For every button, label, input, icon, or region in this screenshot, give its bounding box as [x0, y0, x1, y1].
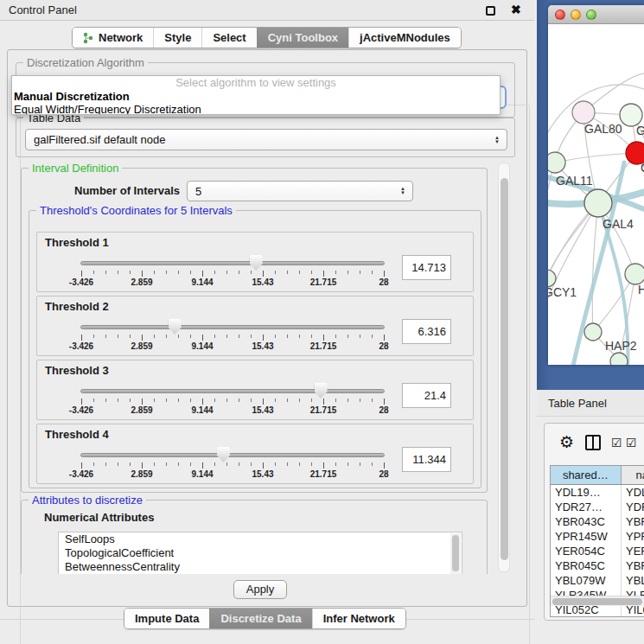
table-row[interactable]: YPR145WYPR1 [551, 529, 644, 544]
cell-name[interactable]: YBR0 [622, 514, 644, 529]
tab-impute-data[interactable]: Impute Data [124, 609, 209, 628]
interval-definition-group: Interval Definition Number of Intervals … [21, 168, 488, 493]
tab-network[interactable]: Network [73, 28, 153, 48]
tick-mark [81, 462, 82, 469]
cell-name[interactable]: YDR2 [622, 500, 644, 514]
numerical-attributes-list[interactable]: SelfLoopsTopologicalCoefficientBetweenne… [58, 532, 462, 574]
tab-jactivemnodules[interactable]: jActiveMNodules [348, 28, 461, 48]
checkbox-icon[interactable]: ☑ [611, 436, 622, 450]
tab-infer-network[interactable]: Infer Network [312, 609, 405, 628]
cell-name[interactable]: YER0 [622, 544, 644, 558]
threshold-slider-thumb[interactable] [217, 447, 230, 462]
table-row[interactable]: YDL19…YDL1 [551, 485, 644, 500]
tick-label: -3.426 [69, 341, 93, 351]
table-row[interactable]: YDR27…YDR2 [551, 500, 644, 514]
attribute-list-item-betweennesscentrality[interactable]: BetweennessCentrality [59, 560, 462, 574]
threshold-slider-track[interactable] [80, 453, 385, 457]
dropdown-options: Manual DiscretizationEqual Width/Frequen… [12, 90, 500, 115]
tick-label: -3.426 [69, 405, 93, 415]
network-node-hap2[interactable] [584, 323, 602, 341]
tick-mark [130, 335, 131, 338]
attributes-list-scrollbar[interactable] [450, 533, 461, 574]
attribute-list-item-selfloops[interactable]: SelfLoops [59, 532, 462, 546]
network-node-gal11[interactable] [548, 152, 565, 173]
settings-vertical-scrollbar[interactable] [498, 163, 510, 572]
tick-mark [323, 399, 324, 405]
tab-style[interactable]: Style [153, 28, 201, 48]
tick-mark [81, 271, 82, 277]
zoom-traffic-light-icon[interactable] [586, 10, 596, 20]
dropdown-option-manual-discretization[interactable]: Manual Discretization [12, 90, 500, 103]
apply-button[interactable]: Apply [233, 580, 287, 599]
cell-shared-name[interactable]: YBR043C [551, 514, 622, 529]
threshold-slider-track[interactable] [80, 389, 385, 393]
tick-mark [335, 399, 336, 402]
tab-cyni-toolbox[interactable]: Cyni Toolbox [257, 28, 348, 48]
network-node[interactable] [610, 353, 628, 365]
cell-name[interactable]: YDL1 [622, 485, 644, 500]
network-window-titlebar[interactable] [548, 5, 644, 24]
cell-shared-name[interactable]: YDL19… [551, 485, 622, 500]
table-row[interactable]: YBL079WYBL0 [551, 573, 644, 588]
threshold-value-field[interactable]: 6.316 [402, 319, 451, 344]
table-row[interactable]: YBR045CYBR0 [551, 558, 644, 573]
close-icon[interactable]: ✖ [511, 3, 521, 16]
node-label: H [638, 283, 644, 296]
network-node-gal80[interactable] [572, 101, 595, 124]
cell-name[interactable]: YBL0 [622, 573, 644, 588]
table-horizontal-scrollbar[interactable] [551, 596, 644, 606]
tick-label: 28 [379, 341, 388, 351]
slider-ticks [81, 399, 384, 405]
dropdown-option-equal-width-frequency-discretization[interactable]: Equal Width/Frequency Discretization [12, 103, 500, 115]
gear-icon[interactable]: ⚙ [559, 432, 574, 452]
tick-mark [299, 462, 300, 466]
tab-select[interactable]: Select [201, 28, 256, 48]
tick-mark [142, 462, 143, 469]
cell-shared-name[interactable]: YPR145W [551, 529, 622, 544]
scrollbar-thumb[interactable] [501, 178, 508, 560]
threshold-slider-thumb[interactable] [315, 383, 328, 399]
threshold-value-field[interactable]: 21.4 [402, 383, 451, 408]
checkbox-icon[interactable]: ☑ [626, 436, 637, 450]
network-node-h[interactable] [625, 264, 644, 284]
tick-mark [384, 462, 385, 469]
column-header-shared-name[interactable]: shared… [551, 466, 622, 484]
tab-discretize-data[interactable]: Discretize Data [209, 609, 311, 628]
threshold-slider-thumb[interactable] [250, 255, 263, 271]
float-window-icon[interactable] [486, 6, 495, 16]
cell-name[interactable]: YPR1 [622, 529, 644, 544]
tick-mark [202, 271, 203, 277]
threshold-slider-track[interactable] [80, 325, 385, 329]
network-node-gcy1[interactable] [548, 270, 556, 287]
node-label: C [641, 161, 644, 175]
close-traffic-light-icon[interactable] [555, 10, 565, 20]
cell-name[interactable]: YBR0 [622, 558, 644, 573]
tick-mark [166, 462, 167, 466]
table-header-row[interactable]: shared… na [551, 466, 644, 485]
number-of-intervals-combobox[interactable]: 5 ▲▼ [187, 181, 413, 201]
columns-icon[interactable] [585, 435, 601, 450]
cell-shared-name[interactable]: YBL079W [551, 573, 622, 588]
network-canvas[interactable]: GAL80GACGAL11GAL4GCY1HHAP2 [548, 24, 644, 365]
tick-mark [190, 462, 191, 466]
threshold-value-field[interactable]: 11.344 [402, 447, 451, 472]
scrollbar-thumb[interactable] [552, 598, 642, 605]
column-header-name[interactable]: na [622, 466, 644, 484]
threshold-slider-track[interactable] [80, 261, 385, 265]
attribute-list-item-topologicalcoefficient[interactable]: TopologicalCoefficient [59, 546, 462, 560]
tick-mark [93, 399, 94, 402]
tick-mark [214, 399, 215, 402]
threshold-value-field[interactable]: 14.713 [402, 255, 451, 280]
cell-shared-name[interactable]: YBR045C [551, 558, 622, 573]
threshold-slider-thumb[interactable] [169, 319, 182, 335]
network-node-gal4[interactable] [584, 189, 612, 217]
table-row[interactable]: YBR043CYBR0 [551, 514, 644, 529]
cell-shared-name[interactable]: YDR27… [551, 500, 622, 514]
table-row[interactable]: YER054CYER0 [551, 544, 644, 558]
table-data-combobox[interactable]: galFiltered.sif default node ▲▼ [25, 129, 507, 150]
cell-shared-name[interactable]: YER054C [551, 544, 622, 558]
tick-mark [348, 462, 348, 466]
threshold-panel: Threshold 4 -3.4262.8599.14415.4321.7152… [36, 424, 474, 484]
minimize-traffic-light-icon[interactable] [571, 10, 581, 20]
node-attribute-table[interactable]: shared… na YDL19…YDL1YDR27…YDR2YBR043CYB… [550, 465, 644, 617]
